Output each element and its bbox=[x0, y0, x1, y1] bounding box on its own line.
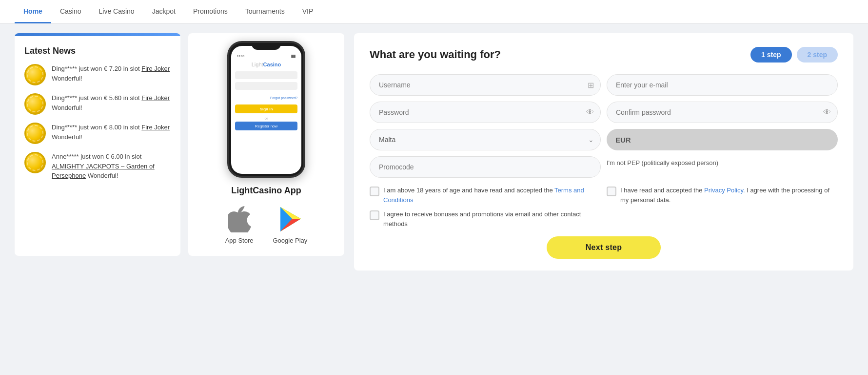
left-panels: Latest News Ding***** just won € 7.20 in… bbox=[15, 33, 344, 256]
confirm-password-input[interactable] bbox=[607, 102, 838, 123]
phone-username-field bbox=[235, 71, 297, 79]
phone-password-field bbox=[235, 82, 297, 90]
checkbox-section: I am above 18 years of age and have read… bbox=[370, 186, 838, 229]
form-row-2: 👁 👁 bbox=[370, 102, 838, 123]
age-checkbox-label: I am above 18 years of age and have read… bbox=[383, 186, 601, 205]
phone-area: 12:00 ▓▓ LightCasino Forgot password? Si… bbox=[188, 36, 344, 178]
email-input[interactable] bbox=[607, 74, 838, 96]
country-select[interactable]: Malta bbox=[370, 129, 601, 150]
terms-link[interactable]: Terms and Conditions bbox=[383, 187, 584, 204]
news-text-1: Ding***** just won € 7.20 in slot Fire J… bbox=[52, 64, 171, 83]
phone-mockup: 12:00 ▓▓ LightCasino Forgot password? Si… bbox=[227, 41, 305, 178]
coin-icon bbox=[24, 123, 46, 144]
news-text-3: Ding***** just won € 8.00 in slot Fire J… bbox=[52, 123, 171, 142]
form-row-1: ⊞ bbox=[370, 74, 838, 96]
nav-item-casino[interactable]: Casino bbox=[51, 0, 90, 23]
news-text-4: Anne***** just won € 6.00 in slot ALMIGH… bbox=[52, 152, 171, 181]
pep-text: I'm not PEP (politically exposed person) bbox=[607, 156, 838, 178]
app-store-item[interactable]: App Store bbox=[225, 206, 254, 244]
coin-icon bbox=[24, 64, 46, 85]
apple-icon bbox=[226, 206, 253, 233]
username-field: ⊞ bbox=[370, 74, 601, 96]
google-play-icon bbox=[276, 206, 304, 233]
list-item: Ding***** just won € 8.00 in slot Fire J… bbox=[24, 123, 171, 144]
news-link-4[interactable]: ALMIGHTY JACKPOTS – Garden of Persephone bbox=[52, 163, 155, 180]
news-link-3[interactable]: Fire Joker bbox=[141, 124, 170, 131]
news-card: Latest News Ding***** just won € 7.20 in… bbox=[15, 33, 180, 256]
nav-item-jackpot[interactable]: Jackpot bbox=[143, 0, 184, 23]
navigation: Home Casino Live Casino Jackpot Promotio… bbox=[0, 0, 868, 23]
nav-item-live-casino[interactable]: Live Casino bbox=[90, 0, 143, 23]
app-card: 12:00 ▓▓ LightCasino Forgot password? Si… bbox=[188, 33, 344, 256]
age-checkbox[interactable] bbox=[370, 187, 379, 196]
coin-icon bbox=[24, 93, 46, 115]
phone-status-bar: 12:00 ▓▓ bbox=[235, 54, 297, 59]
main-content: Latest News Ding***** just won € 7.20 in… bbox=[0, 23, 868, 280]
news-link-2[interactable]: Fire Joker bbox=[141, 94, 170, 102]
promo-pep-row: I'm not PEP (politically exposed person) bbox=[370, 156, 838, 178]
nav-item-home[interactable]: Home bbox=[15, 0, 51, 23]
google-play-label: Google Play bbox=[273, 237, 308, 244]
bonuses-checkbox-label: I agree to receive bonuses and promotion… bbox=[383, 209, 604, 229]
list-item: Ding***** just won € 5.60 in slot Fire J… bbox=[24, 93, 171, 115]
list-item: Anne***** just won € 6.00 in slot ALMIGH… bbox=[24, 152, 171, 181]
country-currency-row: Malta ⌄ EUR bbox=[370, 129, 838, 150]
privacy-link[interactable]: Privacy Policy. bbox=[704, 187, 745, 194]
promocode-input[interactable] bbox=[370, 156, 601, 178]
news-content: Latest News Ding***** just won € 7.20 in… bbox=[15, 36, 180, 198]
step2-button[interactable]: 2 step bbox=[797, 47, 838, 62]
news-link-1[interactable]: Fire Joker bbox=[141, 65, 170, 72]
checkbox-row-1: I am above 18 years of age and have read… bbox=[370, 186, 838, 205]
confirm-password-field: 👁 bbox=[607, 102, 838, 123]
username-input[interactable] bbox=[370, 74, 601, 96]
step1-button[interactable]: 1 step bbox=[750, 47, 791, 62]
checkbox-bonuses-item: I agree to receive bonuses and promotion… bbox=[370, 209, 604, 229]
phone-signin-button[interactable]: Sign in bbox=[235, 104, 297, 113]
registration-title: What are you waiting for? bbox=[370, 48, 501, 61]
nav-item-promotions[interactable]: Promotions bbox=[184, 0, 237, 23]
next-btn-row: Next step bbox=[370, 236, 838, 259]
privacy-checkbox-label: I have read and accepted the Privacy Pol… bbox=[620, 186, 838, 205]
registration-panel: What are you waiting for? 1 step 2 step … bbox=[354, 33, 853, 271]
app-title: LightCasino App bbox=[231, 186, 301, 196]
email-field bbox=[607, 74, 838, 96]
user-icon: ⊞ bbox=[588, 81, 594, 90]
checkbox-privacy-item: I have read and accepted the Privacy Pol… bbox=[607, 186, 838, 205]
eye-icon-confirm[interactable]: 👁 bbox=[823, 108, 831, 117]
step-buttons: 1 step 2 step bbox=[750, 47, 838, 62]
password-field: 👁 bbox=[370, 102, 601, 123]
google-play-item[interactable]: Google Play bbox=[273, 206, 308, 244]
phone-logo: LightCasino bbox=[252, 62, 281, 67]
currency-display: EUR bbox=[607, 129, 838, 150]
country-select-field: Malta ⌄ bbox=[370, 129, 601, 150]
registration-header: What are you waiting for? 1 step 2 step bbox=[370, 47, 838, 62]
coin-icon bbox=[24, 152, 46, 173]
phone-notch bbox=[252, 43, 281, 50]
phone-or-text: or bbox=[264, 116, 268, 121]
news-title: Latest News bbox=[24, 46, 171, 56]
promocode-field bbox=[370, 156, 601, 178]
checkbox-age-item: I am above 18 years of age and have read… bbox=[370, 186, 601, 205]
next-step-button[interactable]: Next step bbox=[547, 236, 661, 259]
phone-screen: 12:00 ▓▓ LightCasino Forgot password? Si… bbox=[231, 46, 301, 174]
app-card-content: LightCasino App App Store bbox=[188, 178, 344, 256]
phone-register-button[interactable]: Register now bbox=[235, 122, 297, 130]
news-text-2: Ding***** just won € 5.60 in slot Fire J… bbox=[52, 93, 171, 112]
list-item: Ding***** just won € 7.20 in slot Fire J… bbox=[24, 64, 171, 85]
app-store-label: App Store bbox=[225, 237, 254, 244]
nav-item-tournaments[interactable]: Tournaments bbox=[237, 0, 294, 23]
eye-icon[interactable]: 👁 bbox=[586, 108, 594, 117]
bonuses-checkbox[interactable] bbox=[370, 210, 379, 220]
privacy-checkbox[interactable] bbox=[607, 187, 616, 196]
password-input[interactable] bbox=[370, 102, 601, 123]
app-stores: App Store Google Play bbox=[225, 206, 308, 244]
nav-item-vip[interactable]: VIP bbox=[294, 0, 322, 23]
